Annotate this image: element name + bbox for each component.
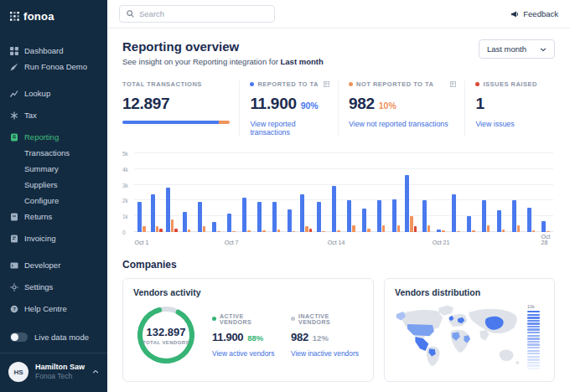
bar-reported [183,212,187,232]
search-box[interactable] [119,5,275,23]
sidebar-item-transactions[interactable]: Transactions [0,145,107,161]
bar-reported [227,214,231,232]
y-axis-tick-label: 2k [122,198,128,204]
bar-reported [467,216,471,232]
legend-scale-bar [527,332,540,333]
search-input[interactable] [139,9,267,18]
bar-reported [288,209,292,232]
bar-reported [422,200,427,232]
fonoa-logo: fonoa [0,0,107,23]
sidebar-item-dashboard[interactable]: Dashboard [0,43,107,59]
sidebar-item-settings[interactable]: Settings [0,279,107,295]
sidebar-item-summary[interactable]: Summary [0,161,107,177]
bar-reported [151,194,155,232]
bar-group [359,153,374,232]
megaphone-icon [510,10,519,18]
table-view-icon[interactable] [324,81,329,87]
bar-group [344,153,359,232]
app-window: fonoa Dashboard Run Fonoa Demo Lookup Ta… [0,0,570,392]
bar-group [433,153,448,232]
stat-value: 982 [349,95,375,113]
sidebar-item-returns[interactable]: Returns [0,209,107,224]
view-inactive-vendors-link[interactable]: View inactive vendors [291,349,363,358]
bar-group [209,153,224,232]
map-greenland [439,306,454,316]
sidebar-item-suppliers[interactable]: Suppliers [0,177,107,193]
legend-scale-bar [527,338,540,339]
bar-not-reported [487,225,490,232]
sidebar-item-tax[interactable]: Tax [0,107,107,123]
bar-not-reported [232,231,236,232]
sidebar-item-configure[interactable]: Configure [0,193,107,209]
view-reported-link[interactable]: View reported transactions [250,120,329,137]
bar-group [418,153,433,232]
bar-group [149,153,164,232]
bar-reported [405,175,409,232]
stat-value: 1 [475,95,484,113]
report-document-icon [10,133,18,142]
sidebar-item-run-demo[interactable]: Run Fonoa Demo [0,59,107,75]
x-axis-tick-label: Oct 21 [433,240,450,245]
view-active-vendors-link[interactable]: View active vendors [212,349,277,358]
bar-not-reported [352,225,355,232]
bar-group [403,153,418,232]
bar-not-reported [171,219,174,232]
total-vendors-label: TOTAL VENDORS [142,340,189,345]
bar-reported [512,200,516,232]
sidebar-item-reporting[interactable]: Reporting [0,129,107,145]
search-icon [127,10,134,18]
table-view-icon[interactable] [450,81,456,87]
total-vendors-value: 132.897 [147,326,186,338]
dashboard-icon [10,47,18,55]
bar-reported [257,202,262,232]
legend-scale-bar [527,311,540,312]
legend-scale-bar [527,320,540,322]
bar-group [284,153,299,232]
map-new-zealand [516,361,519,364]
bar-not-reported [397,225,401,232]
bar-not-reported [532,230,536,232]
bar-group [464,153,479,232]
legend-scale-bar [527,341,540,343]
bar-group [494,153,509,232]
user-menu[interactable]: HS Hamilton Saw Fonoa Tech [0,353,107,392]
toggle-knob [11,333,18,341]
page-subtitle: See insight on your Reporting integratio… [122,57,324,66]
sidebar: fonoa Dashboard Run Fonoa Demo Lookup Ta… [0,0,107,392]
bar-issues [414,226,417,232]
active-vendors-stat: ACTIVE VENDORS 11.90088% View active ven… [212,313,277,358]
feedback-button[interactable]: Feedback [510,9,558,18]
x-axis-tick-label: Oct 14 [328,240,345,245]
bar-reported [137,202,142,232]
live-data-toggle[interactable] [10,333,28,342]
stat-pct: 10% [379,101,396,111]
bar-group [538,153,553,232]
vendors-activity-title: Vendors activity [133,287,363,297]
world-map [395,302,521,373]
logo-text: fonoa [23,10,54,23]
blue-dot-icon [250,82,254,86]
bar-group [164,153,179,232]
bar-not-reported [188,230,191,232]
sidebar-item-developer[interactable]: Developer [0,257,107,273]
bar-reported [497,210,501,232]
sidebar-item-help-centre[interactable]: ? Help Centre [0,301,107,317]
bar-issues [174,229,178,232]
period-dropdown[interactable]: Last month [479,39,555,59]
bar-reported [377,200,381,232]
stat-pct: 90% [301,101,319,111]
bar-reported [362,209,366,232]
red-dot-icon [475,82,479,86]
legend-scale-bar [527,343,540,345]
legend-scale-bar [527,328,540,330]
view-issues-link[interactable]: View issues [475,120,547,128]
bar-not-reported [410,216,413,232]
bar-reported [392,199,396,232]
view-not-reported-link[interactable]: View not reported transactions [349,120,456,128]
sidebar-item-lookup[interactable]: Lookup [0,85,107,101]
topbar: Feedback [107,0,570,28]
stats-row: TOTAL TRANSACTIONS 12.897 REPORTED TO TA… [122,80,555,137]
stat-label: NOT REPORTED TO TA [356,80,433,88]
sidebar-item-invoicing[interactable]: Invoicing [0,230,107,246]
map-mexico-central-america [415,337,428,351]
